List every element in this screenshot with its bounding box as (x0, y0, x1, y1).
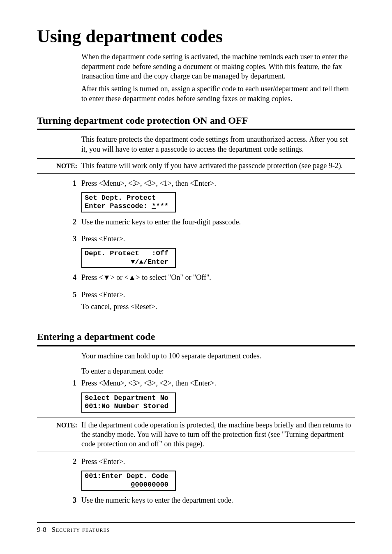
step-b1: 1 Press <Menu>, <3>, <3>, <2>, then <Ent… (37, 379, 355, 412)
note-text: This feature will work only if you have … (81, 161, 355, 171)
step-num: 1 (37, 179, 81, 188)
lcd-line2c: 00000000 (135, 481, 168, 489)
note-row: NOTE: This feature will work only if you… (37, 161, 355, 171)
footer-section: Security features (51, 526, 110, 533)
lcd-line2: 001:No Number Stored (85, 402, 168, 410)
page-title: Using department codes (37, 25, 355, 48)
lcd-line1: Dept. Protect :Off (85, 249, 168, 257)
note-row: NOTE: If the department code operation i… (37, 420, 355, 449)
lcd-line2c: *** (156, 202, 168, 210)
section-rule (37, 129, 355, 130)
up-arrow-icon: ▲ (129, 273, 136, 282)
step-num: 2 (37, 217, 81, 227)
step-a4: 4 Press <▼> or <▲> to select "On" or "Of… (37, 273, 355, 285)
lcd-screen: Set Dept. Protect Enter Passcode: **** (81, 192, 176, 212)
step-a3-text: Press <Enter>. (81, 234, 355, 244)
note-rule-bottom (37, 452, 355, 452)
step-a5: 5 Press <Enter>. To cancel, press <Reset… (37, 290, 355, 314)
page-footer: 9-8 Security features (37, 522, 355, 534)
note-rule-bottom (37, 173, 355, 174)
note-label: NOTE: (37, 161, 81, 171)
intro-block: When the department code setting is acti… (81, 52, 355, 104)
section-a-intro: This feature protects the department cod… (81, 135, 355, 154)
section-rule (37, 345, 355, 346)
lcd-line1: 001:Enter Dept. Code (85, 472, 168, 480)
step-b3-text: Use the numeric keys to enter the depart… (81, 496, 355, 505)
step-a4-text: Press <▼> or <▲> to select "On" or "Off"… (81, 273, 355, 282)
note-rule-top (37, 418, 355, 418)
note-text: If the department code operation is prot… (81, 420, 355, 449)
section-b-intro1: Your machine can hold up to 100 separate… (81, 351, 355, 361)
step-b2: 2 Press <Enter>. 001:Enter Dept. Code 00… (37, 457, 355, 491)
step-a5-text2: To cancel, press <Reset>. (81, 302, 355, 312)
step-a3: 3 Press <Enter>. Dept. Protect :Off ▼/▲/… (37, 234, 355, 268)
step-b2-text: Press <Enter>. (81, 457, 355, 466)
step-b1-text: Press <Menu>, <3>, <3>, <2>, then <Enter… (81, 379, 355, 388)
step-a1: 1 Press <Menu>, <3>, <3>, <1>, then <Ent… (37, 179, 355, 212)
lcd-line1: Set Dept. Protect (85, 194, 156, 202)
step-b3: 3 Use the numeric keys to enter the depa… (37, 496, 355, 508)
note-rule-top (37, 158, 355, 159)
section-b-intro: Your machine can hold up to 100 separate… (81, 351, 355, 376)
step-num: 1 (37, 379, 81, 388)
lcd-cursor-char: * (152, 202, 156, 210)
section-heading-entering: Entering a department code (37, 330, 355, 343)
step-a1-text: Press <Menu>, <3>, <3>, <1>, then <Enter… (81, 179, 355, 188)
step-num: 5 (37, 290, 81, 300)
down-arrow-icon: ▼ (103, 273, 111, 282)
lcd-cursor-char: 0 (131, 481, 135, 489)
step-num: 2 (37, 457, 81, 466)
lcd-line2a (85, 481, 131, 489)
lcd-screen: Dept. Protect :Off ▼/▲/Enter (81, 248, 176, 268)
lcd-line1: Select Department No (85, 394, 168, 402)
page-number: 9-8 (37, 526, 46, 533)
step-num: 3 (37, 496, 81, 505)
step-a5-text1: Press <Enter>. (81, 290, 355, 300)
section-heading-protection: Turning department code protection ON an… (37, 114, 355, 127)
step-num: 3 (37, 234, 81, 244)
section-b-intro2: To enter a department code: (81, 367, 355, 376)
step-a2: 2 Use the numeric keys to enter the four… (37, 217, 355, 229)
intro-p1: When the department code setting is acti… (81, 52, 355, 81)
lcd-line2a: Enter Passcode: (85, 202, 152, 210)
lcd-screen: 001:Enter Dept. Code 000000000 (81, 471, 176, 491)
intro-p2: After this setting is turned on, assign … (81, 84, 355, 104)
step-num: 4 (37, 273, 81, 282)
step-a2-text: Use the numeric keys to enter the four-d… (81, 217, 355, 227)
section-a-intro-text: This feature protects the department cod… (81, 135, 355, 154)
lcd-screen: Select Department No 001:No Number Store… (81, 392, 176, 413)
lcd-line2: ▼/▲/Enter (85, 258, 168, 266)
note-label: NOTE: (37, 420, 81, 430)
